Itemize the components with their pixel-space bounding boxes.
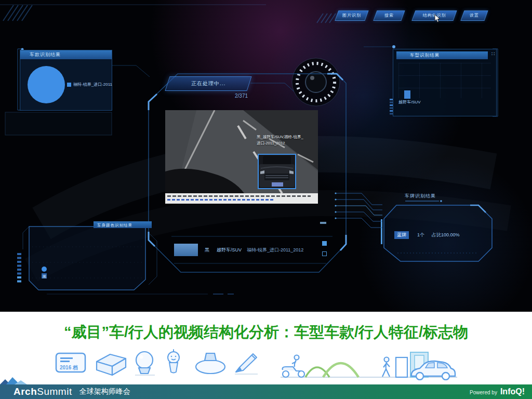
frame-counter: 2/371 (235, 93, 248, 99)
model-pie-legend: 福特-锐界_进口-2011 (67, 82, 112, 87)
nav-button-settings[interactable]: 设置 (460, 10, 488, 21)
slide-title: “威目”车/行人的视频结构化分析：车型车款/行人特征/标志物 (0, 322, 532, 343)
row-checkbox-empty[interactable] (322, 251, 327, 256)
panel-license-plate-result: 车牌识别结果 蓝牌 1个 占比100.00% (382, 190, 496, 267)
scooter-rider-icon (283, 355, 304, 378)
video-status-bar (165, 193, 318, 204)
vehicle-thumbnail (174, 244, 198, 256)
nav-button-label: 图片识别 (337, 11, 366, 20)
status-text-line (167, 195, 311, 197)
result-summary-row: 黑 越野车/SUV 福特-锐界_进口-2011_2012 (165, 240, 337, 259)
legend-label: 福特-锐界_进口-2011 (73, 82, 112, 87)
video-viewport: 黑_越野车/SUV,福特-锐界_ 进口-2011_2012 (165, 110, 318, 204)
result-color: 黑 (205, 247, 209, 254)
footer-bar: ArchSummit 全球架构师峰会 Powered by InfoQ! (0, 384, 532, 399)
processing-label: 正在处理中... (168, 77, 249, 90)
panel-title: 车牌识别结果 (405, 193, 436, 200)
badge-year-label: 2016 档 (60, 365, 78, 370)
infoq-logo: InfoQ! (500, 387, 525, 396)
plate-result-row: 蓝牌 1个 占比100.00% (394, 231, 460, 239)
model-pie-chart (28, 66, 65, 103)
result-type: 越野车/SUV (217, 247, 242, 254)
slide-root: 图片识别 搜索 结构化识别 设置 车款识别结果 福特-锐界_进口-2011 正在… (0, 0, 532, 399)
plate-ratio: 占比100.00% (432, 232, 460, 238)
gift-box-icon (97, 354, 126, 375)
powered-by-label: Powered by (470, 390, 497, 395)
row-checkbox-filled[interactable] (322, 241, 327, 246)
pedestrian-icon (382, 357, 390, 377)
archsummit-logo-icon (0, 377, 28, 384)
panel-vehicle-model-result: 车款识别结果 福特-锐界_进口-2011 (20, 50, 112, 111)
nav-button-image-recognition[interactable]: 图片识别 (335, 10, 368, 21)
footer-brand: ArchSummit (14, 386, 72, 397)
plate-tag-badge: 蓝牌 (394, 231, 409, 239)
panel-body-color-result: 车身颜色识别结果 黑 (16, 218, 167, 296)
plate-panel-frame (382, 190, 496, 267)
mouse-cursor-icon (434, 15, 442, 23)
detection-label-line2: 进口-2011_2012 (257, 140, 318, 147)
panel-title: 车型识别结果 (410, 52, 440, 59)
panel-options-icon[interactable]: ∷ (491, 51, 495, 57)
doll-icon (168, 350, 179, 373)
processing-banner: 正在处理中... (165, 76, 251, 91)
video-analytics-dashboard: 图片识别 搜索 结构化识别 设置 车款识别结果 福特-锐界_进口-2011 正在… (0, 0, 532, 312)
panel-header: 车型识别结果 (396, 51, 488, 59)
nav-button-label: 搜索 (376, 11, 403, 20)
color-scatter-point (42, 267, 47, 272)
panel-header: 车款识别结果 (20, 50, 112, 59)
legend-swatch (67, 83, 71, 87)
brand-rest: Summit (37, 386, 72, 397)
crystal-ball-icon (136, 352, 153, 374)
detected-suv (259, 155, 295, 188)
detection-bounding-box (258, 154, 296, 189)
license-card-icon: 2016 档 (56, 353, 85, 372)
result-model: 福特-锐界_进口-2011_2012 (247, 247, 303, 254)
panel-title: 车身颜色识别结果 (97, 223, 132, 228)
arch-bridge-icon (305, 363, 358, 377)
panel-vehicle-type-result: 车型识别结果 ∷ 越野车/SUV (393, 49, 497, 116)
pen-icon (236, 354, 257, 372)
plate-count: 1个 (417, 232, 424, 238)
panel-title: 车款识别结果 (30, 51, 61, 58)
status-text-line (167, 199, 274, 201)
detection-label-line1: 黑_越野车/SUV,福特-锐界_ (257, 134, 318, 140)
footer-brand-suffix: 全球架构师峰会 (79, 387, 130, 396)
nav-button-label: 设置 (463, 11, 486, 20)
street-scene (281, 352, 457, 380)
color-point-label: 黑 (43, 274, 47, 279)
brand-bold: Arch (14, 386, 37, 397)
bar-label: 越野车/SUV (398, 99, 421, 105)
slide-lower-area: “威目”车/行人的视频结构化分析：车型车款/行人特征/标志物 2016 档 (0, 312, 532, 399)
bar-suv (404, 90, 410, 99)
footer-powered: Powered by InfoQ! (470, 387, 525, 396)
detection-label: 黑_越野车/SUV,福特-锐界_ 进口-2011_2012 (257, 134, 318, 146)
nav-button-search[interactable]: 搜索 (373, 10, 405, 21)
bar-chart-grid (398, 63, 491, 98)
hat-icon (196, 353, 225, 374)
icon-strip: 2016 档 (0, 349, 532, 380)
color-panel-frame: 车身颜色识别结果 黑 (16, 218, 167, 296)
